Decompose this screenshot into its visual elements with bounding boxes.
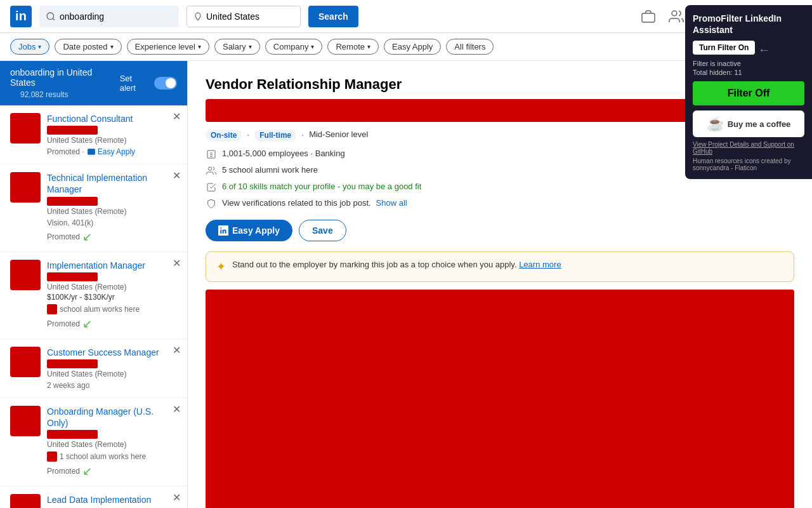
search-icon	[46, 11, 56, 22]
company-logo	[10, 406, 41, 436]
filter-easy-apply[interactable]: Easy Apply	[384, 39, 441, 55]
filter-remote[interactable]: Remote ▾	[327, 39, 379, 55]
filter-jobs[interactable]: Jobs ▾	[10, 39, 49, 55]
job-location: United States (Remote)	[47, 370, 177, 378]
dismiss-button[interactable]: ✕	[173, 493, 181, 503]
job-info: Implementation Manager United States (Re…	[47, 260, 177, 331]
promo-title: PromoFilter LinkedIn Assistant	[693, 13, 804, 36]
arrow-icon: ↙	[82, 230, 92, 244]
nav-network[interactable]	[669, 9, 684, 24]
set-alert: Set alert	[120, 74, 177, 93]
filter-experience[interactable]: Experience level ▾	[127, 39, 209, 55]
search-input[interactable]	[60, 11, 161, 22]
action-buttons: Easy Apply Save	[206, 220, 794, 241]
job-image	[206, 290, 794, 508]
list-item[interactable]: Functional Consultant United States (Rem…	[0, 105, 187, 164]
github-link[interactable]: View Project Details and Support on GitH…	[693, 141, 804, 155]
company-name-redacted	[47, 126, 98, 135]
verify-icon	[206, 198, 217, 210]
job-salary: $100K/yr - $130K/yr	[47, 293, 177, 302]
save-button[interactable]: Save	[299, 220, 346, 241]
job-benefits: Vision, 401(k)	[47, 218, 177, 227]
dismiss-button[interactable]: ✕	[173, 112, 181, 122]
building-icon	[206, 149, 217, 160]
location-icon	[193, 12, 202, 21]
network-icon	[669, 9, 684, 24]
promoted-tag: Promoted ↙	[47, 230, 177, 244]
promo-credit: Human resources icons created by sonnyca…	[693, 157, 804, 171]
list-item[interactable]: Lead Data Implementation Specialist Hart…	[0, 486, 187, 508]
nav-jobs[interactable]	[641, 9, 656, 24]
list-item[interactable]: Technical Implementation Manager United …	[0, 164, 187, 251]
filter-off-button[interactable]: Filter Off	[693, 81, 804, 105]
dismiss-button[interactable]: ✕	[173, 171, 181, 181]
star-icon: ✦	[216, 260, 226, 274]
chevron-down-icon: ▾	[311, 43, 314, 50]
show-all-link[interactable]: Show all	[376, 198, 407, 208]
coffee-icon: ☕	[707, 116, 724, 132]
skills-match-text: 6 of 10 skills match your profile - you …	[222, 182, 421, 191]
svg-point-0	[47, 13, 54, 20]
job-title: Onboarding Manager (U.S. Only)	[47, 406, 177, 429]
dismiss-button[interactable]: ✕	[173, 258, 181, 269]
tag-separator: ·	[247, 130, 249, 141]
list-item[interactable]: Implementation Manager United States (Re…	[0, 252, 187, 339]
company-logo	[10, 172, 41, 203]
job-info: Functional Consultant United States (Rem…	[47, 113, 177, 156]
alumni-info: 1 school alum works here	[47, 451, 177, 462]
filter-salary[interactable]: Salary ▾	[214, 39, 260, 55]
chevron-down-icon: ▾	[198, 43, 201, 50]
chevron-down-icon: ▾	[110, 43, 114, 50]
promo-panel: PromoFilter LinkedIn Assistant Turn Filt…	[685, 5, 812, 179]
turn-filter-row: Turn Filter On ←	[693, 41, 804, 58]
job-location: United States (Remote)	[47, 283, 177, 291]
verify-info: View verifications related to this job p…	[206, 198, 794, 210]
promoted-tag: Promoted ↙	[47, 464, 177, 478]
filter-company[interactable]: Company ▾	[265, 39, 323, 55]
location-input[interactable]	[206, 11, 289, 22]
employees-text: 1,001-5,000 employees · Banking	[222, 149, 345, 158]
tag-full-time: Full-time	[254, 130, 296, 141]
tag-level: Mid-Senior level	[309, 130, 368, 141]
alumni-text: 5 school alumni work here	[222, 165, 318, 175]
search-box	[39, 6, 179, 27]
job-location: United States (Remote)	[47, 440, 177, 449]
search-button[interactable]: Search	[308, 6, 358, 27]
promoted-tag: Promoted ↙	[47, 317, 177, 331]
time-ago: 2 weeks ago	[47, 381, 177, 390]
skills-icon	[206, 182, 217, 193]
verify-text: View verifications related to this job p…	[222, 198, 371, 208]
easy-apply-button[interactable]: Easy Apply	[206, 220, 292, 241]
chevron-down-icon: ▾	[367, 43, 370, 50]
chevron-down-icon: ▾	[249, 43, 252, 50]
skills-info: 6 of 10 skills match your profile - you …	[206, 182, 794, 193]
chevron-down-icon: ▾	[38, 43, 41, 50]
filter-all-filters[interactable]: All filters	[446, 39, 494, 55]
arrow-indicator: ←	[757, 43, 770, 57]
search-header-text: onboarding in United States	[10, 67, 120, 88]
jobs-icon	[641, 9, 656, 24]
total-hidden-count: Total hidden: 11	[693, 69, 804, 76]
filter-date-posted[interactable]: Date posted ▾	[55, 39, 121, 55]
list-item[interactable]: Customer Success Manager United States (…	[0, 339, 187, 398]
job-info: Onboarding Manager (U.S. Only) United St…	[47, 406, 177, 478]
learn-more-link[interactable]: Learn more	[519, 260, 561, 269]
arrow-icon: ↙	[82, 317, 92, 331]
dismiss-button[interactable]: ✕	[173, 345, 181, 356]
set-alert-label: Set alert	[120, 74, 150, 93]
alumni-logo	[47, 304, 57, 314]
coffee-text: Buy me a coffee	[728, 119, 791, 129]
linkedin-icon	[218, 225, 228, 236]
linkedin-logo: in	[10, 6, 32, 27]
company-logo	[10, 113, 41, 144]
left-header: onboarding in United States 92,082 resul…	[0, 61, 187, 105]
list-item[interactable]: Onboarding Manager (U.S. Only) United St…	[0, 398, 187, 486]
alumni-logo	[47, 451, 57, 462]
alert-toggle[interactable]	[154, 77, 177, 90]
dismiss-button[interactable]: ✕	[173, 404, 181, 415]
turn-filter-button[interactable]: Turn Filter On	[693, 41, 755, 55]
job-title: Customer Success Manager	[47, 347, 177, 358]
company-name-redacted	[47, 197, 98, 206]
company-name-redacted	[47, 272, 98, 281]
promoted-tag: Promoted · Easy Apply	[47, 147, 177, 156]
